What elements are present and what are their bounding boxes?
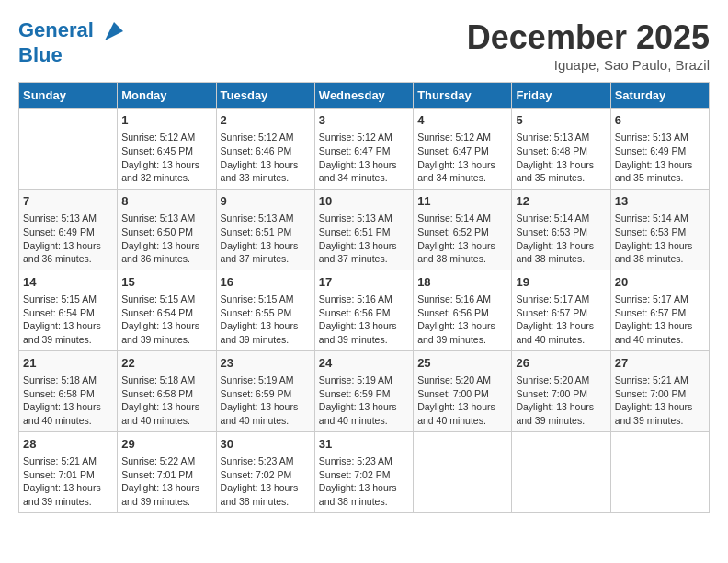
- day-number: 26: [516, 355, 606, 372]
- title-block: December 2025 Iguape, Sao Paulo, Brazil: [467, 18, 710, 73]
- day-info: Sunrise: 5:20 AM Sunset: 7:00 PM Dayligh…: [516, 373, 606, 428]
- calendar-cell: 17Sunrise: 5:16 AM Sunset: 6:56 PM Dayli…: [314, 270, 413, 350]
- day-number: 20: [615, 274, 705, 291]
- calendar-table: SundayMondayTuesdayWednesdayThursdayFrid…: [18, 82, 710, 513]
- day-info: Sunrise: 5:18 AM Sunset: 6:58 PM Dayligh…: [121, 373, 211, 428]
- calendar-cell: 25Sunrise: 5:20 AM Sunset: 7:00 PM Dayli…: [414, 350, 512, 431]
- calendar-cell: 29Sunrise: 5:22 AM Sunset: 7:01 PM Dayli…: [118, 431, 216, 512]
- calendar-cell: 31Sunrise: 5:23 AM Sunset: 7:02 PM Dayli…: [314, 431, 413, 512]
- calendar-week-row: 1Sunrise: 5:12 AM Sunset: 6:45 PM Daylig…: [19, 109, 710, 190]
- day-number: 7: [23, 193, 113, 210]
- day-number: 3: [319, 112, 409, 129]
- day-info: Sunrise: 5:15 AM Sunset: 6:54 PM Dayligh…: [121, 293, 211, 347]
- day-info: Sunrise: 5:13 AM Sunset: 6:49 PM Dayligh…: [615, 131, 705, 185]
- weekday-header: Wednesday: [314, 83, 413, 109]
- calendar-cell: 18Sunrise: 5:16 AM Sunset: 6:56 PM Dayli…: [414, 270, 512, 350]
- day-number: 30: [221, 436, 311, 453]
- calendar-cell: 3Sunrise: 5:12 AM Sunset: 6:47 PM Daylig…: [314, 109, 413, 190]
- calendar-cell: [512, 431, 610, 512]
- day-number: 10: [319, 193, 409, 210]
- day-number: 16: [221, 274, 311, 291]
- svg-marker-0: [105, 22, 123, 40]
- calendar-cell: 20Sunrise: 5:17 AM Sunset: 6:57 PM Dayli…: [610, 270, 709, 350]
- calendar-cell: 23Sunrise: 5:19 AM Sunset: 6:59 PM Dayli…: [216, 350, 314, 431]
- day-info: Sunrise: 5:14 AM Sunset: 6:52 PM Dayligh…: [417, 212, 507, 266]
- calendar-cell: 13Sunrise: 5:14 AM Sunset: 6:53 PM Dayli…: [610, 189, 709, 270]
- day-number: 5: [516, 112, 606, 129]
- day-info: Sunrise: 5:12 AM Sunset: 6:46 PM Dayligh…: [221, 131, 311, 185]
- day-info: Sunrise: 5:13 AM Sunset: 6:48 PM Dayligh…: [516, 131, 606, 185]
- day-info: Sunrise: 5:13 AM Sunset: 6:49 PM Dayligh…: [23, 212, 113, 266]
- day-info: Sunrise: 5:13 AM Sunset: 6:51 PM Dayligh…: [319, 212, 409, 266]
- day-number: 28: [23, 436, 113, 453]
- calendar-cell: 21Sunrise: 5:18 AM Sunset: 6:58 PM Dayli…: [19, 350, 118, 431]
- day-info: Sunrise: 5:12 AM Sunset: 6:47 PM Dayligh…: [417, 131, 507, 185]
- day-number: 29: [121, 436, 211, 453]
- day-number: 11: [417, 193, 507, 210]
- calendar-cell: 6Sunrise: 5:13 AM Sunset: 6:49 PM Daylig…: [610, 109, 709, 190]
- calendar-cell: 24Sunrise: 5:19 AM Sunset: 6:59 PM Dayli…: [314, 350, 413, 431]
- day-info: Sunrise: 5:20 AM Sunset: 7:00 PM Dayligh…: [417, 373, 507, 428]
- day-number: 21: [23, 355, 113, 372]
- calendar-cell: 10Sunrise: 5:13 AM Sunset: 6:51 PM Dayli…: [314, 189, 413, 270]
- day-number: 25: [417, 355, 507, 372]
- calendar-cell: 14Sunrise: 5:15 AM Sunset: 6:54 PM Dayli…: [19, 270, 118, 350]
- calendar-cell: 1Sunrise: 5:12 AM Sunset: 6:45 PM Daylig…: [118, 109, 216, 190]
- calendar-cell: [414, 431, 512, 512]
- day-number: 14: [23, 274, 113, 291]
- calendar-cell: 26Sunrise: 5:20 AM Sunset: 7:00 PM Dayli…: [512, 350, 610, 431]
- calendar-cell: 8Sunrise: 5:13 AM Sunset: 6:50 PM Daylig…: [118, 189, 216, 270]
- day-number: 4: [417, 112, 507, 129]
- day-number: 1: [121, 112, 211, 129]
- location-subtitle: Iguape, Sao Paulo, Brazil: [467, 57, 710, 73]
- day-number: 22: [121, 355, 211, 372]
- calendar-cell: 19Sunrise: 5:17 AM Sunset: 6:57 PM Dayli…: [512, 270, 610, 350]
- day-info: Sunrise: 5:16 AM Sunset: 6:56 PM Dayligh…: [319, 293, 409, 347]
- day-info: Sunrise: 5:15 AM Sunset: 6:54 PM Dayligh…: [23, 293, 113, 347]
- month-title: December 2025: [467, 18, 710, 57]
- logo: General Blue: [18, 18, 127, 66]
- calendar-cell: 7Sunrise: 5:13 AM Sunset: 6:49 PM Daylig…: [19, 189, 118, 270]
- day-info: Sunrise: 5:16 AM Sunset: 6:56 PM Dayligh…: [417, 293, 507, 347]
- day-number: 2: [221, 112, 311, 129]
- calendar-cell: 15Sunrise: 5:15 AM Sunset: 6:54 PM Dayli…: [118, 270, 216, 350]
- day-info: Sunrise: 5:17 AM Sunset: 6:57 PM Dayligh…: [615, 293, 705, 347]
- calendar-cell: 2Sunrise: 5:12 AM Sunset: 6:46 PM Daylig…: [216, 109, 314, 190]
- day-info: Sunrise: 5:12 AM Sunset: 6:45 PM Dayligh…: [121, 131, 211, 185]
- calendar-week-row: 14Sunrise: 5:15 AM Sunset: 6:54 PM Dayli…: [19, 270, 710, 350]
- calendar-cell: 28Sunrise: 5:21 AM Sunset: 7:01 PM Dayli…: [19, 431, 118, 512]
- day-number: 19: [516, 274, 606, 291]
- day-info: Sunrise: 5:14 AM Sunset: 6:53 PM Dayligh…: [615, 212, 705, 266]
- logo-text2: Blue: [18, 44, 127, 66]
- weekday-header-row: SundayMondayTuesdayWednesdayThursdayFrid…: [19, 83, 710, 109]
- day-number: 24: [319, 355, 409, 372]
- day-number: 8: [121, 193, 211, 210]
- day-info: Sunrise: 5:12 AM Sunset: 6:47 PM Dayligh…: [319, 131, 409, 185]
- calendar-cell: 4Sunrise: 5:12 AM Sunset: 6:47 PM Daylig…: [414, 109, 512, 190]
- calendar-cell: [610, 431, 709, 512]
- weekday-header: Tuesday: [216, 83, 314, 109]
- day-info: Sunrise: 5:19 AM Sunset: 6:59 PM Dayligh…: [319, 373, 409, 428]
- day-info: Sunrise: 5:17 AM Sunset: 6:57 PM Dayligh…: [516, 293, 606, 347]
- calendar-cell: 22Sunrise: 5:18 AM Sunset: 6:58 PM Dayli…: [118, 350, 216, 431]
- day-number: 23: [221, 355, 311, 372]
- day-info: Sunrise: 5:21 AM Sunset: 7:00 PM Dayligh…: [615, 373, 705, 428]
- logo-text: General: [18, 18, 127, 44]
- day-info: Sunrise: 5:13 AM Sunset: 6:51 PM Dayligh…: [221, 212, 311, 266]
- day-number: 17: [319, 274, 409, 291]
- day-number: 27: [615, 355, 705, 372]
- day-info: Sunrise: 5:14 AM Sunset: 6:53 PM Dayligh…: [516, 212, 606, 266]
- day-number: 12: [516, 193, 606, 210]
- weekday-header: Friday: [512, 83, 610, 109]
- calendar-cell: 16Sunrise: 5:15 AM Sunset: 6:55 PM Dayli…: [216, 270, 314, 350]
- calendar-week-row: 21Sunrise: 5:18 AM Sunset: 6:58 PM Dayli…: [19, 350, 710, 431]
- weekday-header: Monday: [118, 83, 216, 109]
- weekday-header: Thursday: [414, 83, 512, 109]
- day-number: 9: [221, 193, 311, 210]
- day-number: 13: [615, 193, 705, 210]
- day-info: Sunrise: 5:19 AM Sunset: 6:59 PM Dayligh…: [221, 373, 311, 428]
- calendar-cell: 30Sunrise: 5:23 AM Sunset: 7:02 PM Dayli…: [216, 431, 314, 512]
- weekday-header: Sunday: [19, 83, 118, 109]
- calendar-week-row: 7Sunrise: 5:13 AM Sunset: 6:49 PM Daylig…: [19, 189, 710, 270]
- day-info: Sunrise: 5:21 AM Sunset: 7:01 PM Dayligh…: [23, 454, 113, 509]
